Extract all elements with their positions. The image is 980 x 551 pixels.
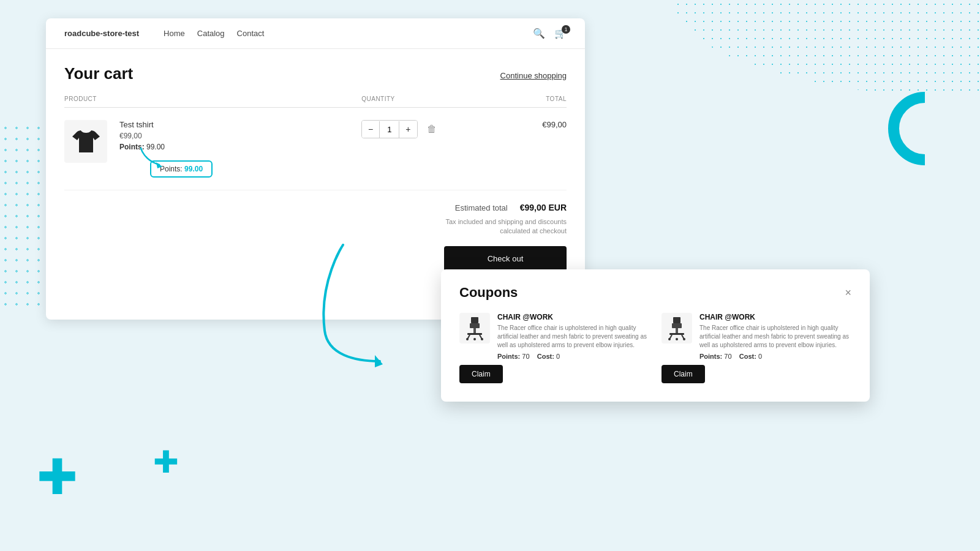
coupon-meta-2: Points: 70 Cost: 0 bbox=[699, 353, 851, 360]
coupon-info-1: CHAIR @WORK The Racer office chair is up… bbox=[497, 313, 649, 360]
svg-point-10 bbox=[473, 338, 476, 340]
store-icons: 🔍 🛒 1 bbox=[533, 28, 567, 39]
coupon-image-1 bbox=[459, 313, 490, 343]
header-quantity: QUANTITY bbox=[315, 96, 441, 102]
tooltip-arrow bbox=[138, 145, 175, 172]
svg-marker-0 bbox=[156, 162, 162, 168]
coupon-cost-label-2: Cost: bbox=[739, 353, 756, 360]
coupon-top-1: CHAIR @WORK The Racer office chair is up… bbox=[459, 313, 649, 360]
svg-marker-1 bbox=[375, 355, 383, 367]
quantity-value: 1 bbox=[379, 121, 399, 138]
coupon-info-2: CHAIR @WORK The Racer office chair is up… bbox=[699, 313, 851, 360]
coupon-meta-1: Points: 70 Cost: 0 bbox=[497, 353, 649, 360]
svg-point-18 bbox=[683, 338, 685, 340]
coupon-card-2: CHAIR @WORK The Racer office chair is up… bbox=[662, 313, 851, 383]
svg-rect-11 bbox=[673, 317, 680, 323]
coupon-description-2: The Racer office chair is upholstered in… bbox=[699, 324, 851, 350]
cart-count-badge: 1 bbox=[562, 25, 570, 34]
header-total: TOTAL bbox=[441, 96, 567, 102]
total-col: €99,00 bbox=[455, 120, 567, 129]
quantity-controls: − 1 + bbox=[361, 120, 418, 138]
cart-content: Your cart Continue shopping PRODUCT QUAN… bbox=[46, 49, 585, 206]
modal-header: Coupons × bbox=[459, 285, 851, 301]
modal-close-button[interactable]: × bbox=[845, 287, 851, 298]
store-nav: Home Catalog Contact bbox=[164, 29, 533, 38]
header-product: PRODUCT bbox=[64, 96, 315, 102]
bg-cross-small: ✚ bbox=[153, 447, 179, 478]
svg-rect-3 bbox=[470, 323, 480, 328]
quantity-decrease-button[interactable]: − bbox=[362, 121, 379, 138]
svg-rect-2 bbox=[471, 317, 478, 323]
chair-icon-2 bbox=[666, 316, 688, 340]
tshirt-icon bbox=[72, 129, 100, 154]
bg-circle-right bbox=[888, 92, 962, 165]
coupon-points-label-1: Points: bbox=[497, 353, 520, 360]
svg-rect-5 bbox=[467, 333, 482, 335]
coupon-points-value-2: 70 bbox=[724, 353, 731, 360]
svg-rect-14 bbox=[669, 333, 684, 335]
product-price: €99,00 bbox=[119, 132, 343, 140]
svg-point-19 bbox=[676, 338, 678, 340]
cart-title: Your cart bbox=[64, 64, 567, 83]
product-name: Test tshirt bbox=[119, 120, 343, 129]
nav-home[interactable]: Home bbox=[164, 29, 185, 38]
svg-rect-13 bbox=[676, 328, 678, 333]
coupon-name-2: CHAIR @WORK bbox=[699, 313, 851, 321]
nav-catalog[interactable]: Catalog bbox=[197, 29, 225, 38]
coupon-image-2 bbox=[662, 313, 692, 343]
svg-rect-4 bbox=[473, 328, 476, 333]
nav-contact[interactable]: Contact bbox=[237, 29, 265, 38]
store-header: roadcube-store-test Home Catalog Contact… bbox=[46, 18, 585, 49]
cart-item: Test tshirt €99,00 Points: 99.00 P bbox=[64, 108, 567, 190]
coupons-grid: CHAIR @WORK The Racer office chair is up… bbox=[459, 313, 851, 383]
chair-icon-1 bbox=[464, 316, 486, 340]
bg-dots-top-right bbox=[674, 0, 980, 122]
estimated-value: €99,00 EUR bbox=[520, 203, 567, 212]
svg-rect-12 bbox=[672, 323, 682, 328]
coupons-modal: Coupons × bbox=[441, 269, 870, 402]
item-total: €99,00 bbox=[542, 120, 567, 129]
svg-point-9 bbox=[481, 338, 483, 340]
continue-shopping-link[interactable]: Continue shopping bbox=[500, 71, 567, 80]
quantity-col: − 1 + 🗑 bbox=[343, 120, 455, 138]
bg-cross-large: ✚ bbox=[37, 453, 78, 502]
coupon-cost-value-2: 0 bbox=[758, 353, 762, 360]
coupon-top-2: CHAIR @WORK The Racer office chair is up… bbox=[662, 313, 851, 360]
svg-point-17 bbox=[668, 338, 671, 340]
product-info: Test tshirt €99,00 Points: 99.00 P bbox=[119, 120, 343, 178]
search-button[interactable]: 🔍 bbox=[533, 28, 545, 39]
coupon-name-1: CHAIR @WORK bbox=[497, 313, 649, 321]
delete-item-button[interactable]: 🗑 bbox=[427, 124, 437, 135]
points-tooltip-wrapper: Points: 99.00 bbox=[119, 160, 343, 178]
cart-table-header: PRODUCT QUANTITY TOTAL bbox=[64, 96, 567, 108]
coupon-points-label-2: Points: bbox=[699, 353, 722, 360]
quantity-increase-button[interactable]: + bbox=[399, 121, 417, 138]
coupon-points-value-1: 70 bbox=[522, 353, 529, 360]
estimated-total-row: Estimated total €99,00 EUR bbox=[420, 203, 567, 212]
tax-note: Tax included and shipping and discounts … bbox=[420, 217, 567, 236]
modal-title: Coupons bbox=[459, 285, 518, 301]
checkout-button[interactable]: Check out bbox=[444, 246, 567, 271]
coupon-cost-value-1: 0 bbox=[556, 353, 560, 360]
claim-button-1[interactable]: Claim bbox=[459, 365, 503, 383]
estimated-label: Estimated total bbox=[455, 203, 508, 212]
coupon-description-1: The Racer office chair is upholstered in… bbox=[497, 324, 649, 350]
cart-button[interactable]: 🛒 1 bbox=[554, 28, 567, 39]
store-logo: roadcube-store-test bbox=[64, 29, 139, 38]
coupon-card-1: CHAIR @WORK The Racer office chair is up… bbox=[459, 313, 649, 383]
bg-dots-left bbox=[0, 122, 43, 306]
coupon-cost-label-1: Cost: bbox=[537, 353, 554, 360]
svg-point-8 bbox=[466, 338, 469, 340]
claim-button-2[interactable]: Claim bbox=[662, 365, 705, 383]
product-image bbox=[64, 120, 107, 163]
tooltip-value: 99.00 bbox=[184, 165, 203, 173]
